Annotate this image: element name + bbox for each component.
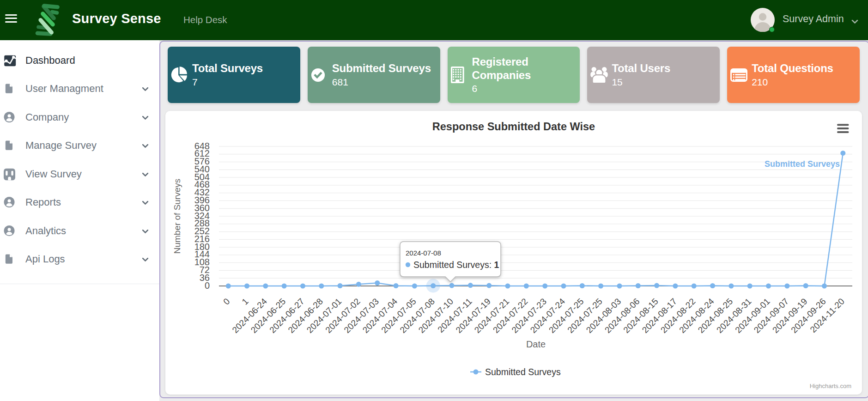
svg-text:Submitted Surveys: 1: Submitted Surveys: 1: [413, 260, 499, 270]
svg-text:Date: Date: [526, 339, 546, 349]
svg-text:648: 648: [194, 141, 210, 151]
svg-text:0: 0: [221, 296, 231, 306]
svg-text:1: 1: [240, 296, 250, 306]
svg-text:Submitted Surveys: Submitted Surveys: [765, 159, 840, 169]
svg-text:2024-07-08: 2024-07-08: [406, 249, 441, 257]
svg-text:Highcharts.com: Highcharts.com: [810, 383, 851, 389]
svg-text:Number of Surveys: Number of Surveys: [172, 179, 182, 254]
svg-text:Submitted Surveys: Submitted Surveys: [485, 367, 561, 377]
svg-text:Response Submitted Date Wise: Response Submitted Date Wise: [432, 121, 595, 133]
